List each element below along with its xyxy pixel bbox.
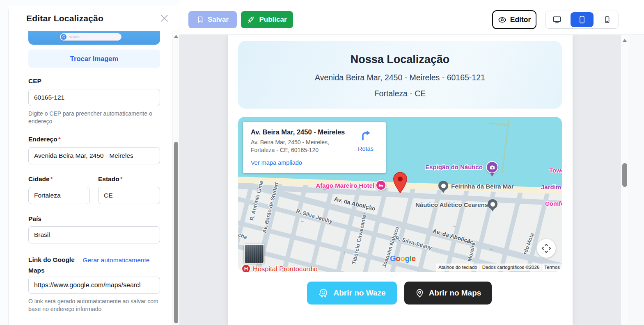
- maps-link-input[interactable]: [28, 277, 160, 294]
- panel-title: Editar Localização: [26, 14, 103, 23]
- poi-espigao-label[interactable]: Espigão do Náutico: [402, 164, 483, 170]
- section-image-preview: Search ...: [28, 31, 160, 45]
- terms-link[interactable]: Termos: [542, 264, 562, 271]
- publish-button[interactable]: Publicar: [241, 11, 293, 28]
- map-info-card: Av. Beira Mar, 2450 - Meireles Av. Beira…: [243, 122, 386, 173]
- maps-link-label: Link do Google Maps: [28, 255, 84, 276]
- close-icon[interactable]: [160, 14, 168, 22]
- pan-control-button[interactable]: [537, 239, 556, 258]
- editor-toggle-button[interactable]: Editor: [492, 10, 536, 29]
- map-pin-icon: [415, 289, 424, 298]
- keyboard-shortcuts-link[interactable]: Atalhos do teclado: [436, 264, 479, 271]
- device-phone-button[interactable]: [596, 11, 619, 28]
- required-mark: *: [50, 175, 53, 182]
- required-mark: *: [120, 175, 123, 182]
- site-preview-panel: Nossa Localização Avenida Beira Mar, 245…: [228, 35, 573, 325]
- phone-icon: [603, 15, 612, 24]
- directions-icon: [360, 129, 371, 141]
- search-icon: [61, 34, 66, 40]
- bookmark-icon: [197, 16, 204, 23]
- open-in-waze-button[interactable]: Abrir no Waze: [307, 282, 397, 305]
- main-scrollbar[interactable]: [621, 35, 628, 325]
- address-line: Avenida Beira Mar, 2450 - Meireles - 601…: [238, 73, 562, 82]
- pais-label: País: [28, 215, 41, 223]
- hospital-pin-icon[interactable]: H: [241, 264, 251, 272]
- maps-link-helper: O link será gerado automaticamente ao sa…: [28, 298, 164, 313]
- cidade-label: Cidade*: [28, 175, 53, 183]
- estado-label: Estado*: [98, 175, 123, 183]
- device-desktop-button[interactable]: [545, 11, 568, 28]
- generate-automatically-link[interactable]: Gerar automaticamente: [78, 255, 154, 266]
- editor-toolbar: Salvar Publicar Editor: [179, 0, 644, 35]
- waze-icon: [318, 288, 329, 298]
- section-title: Nossa Localização: [238, 53, 562, 66]
- google-map-embed[interactable]: → → → → → → R. Antônio Lima Av. Barão de…: [238, 117, 562, 272]
- sidebar-scrollbar-thumb[interactable]: [174, 142, 178, 323]
- panel-header: Editar Localização: [9, 5, 179, 31]
- tablet-icon: [578, 15, 587, 24]
- pan-arrows-icon: [541, 243, 551, 253]
- road-arrow: →: [488, 247, 494, 254]
- change-image-button[interactable]: Trocar Imagem: [28, 50, 160, 68]
- scroll-up-arrow-icon[interactable]: [623, 39, 627, 42]
- save-button[interactable]: Salvar: [188, 11, 237, 28]
- map-data-label: Dados cartográficos ©2026: [480, 264, 542, 271]
- desktop-icon: [552, 15, 562, 25]
- location-heading-card: Nossa Localização Avenida Beira Mar, 245…: [238, 41, 562, 109]
- main-scrollbar-thumb[interactable]: [622, 163, 627, 187]
- cep-label: CEP: [28, 77, 41, 85]
- edit-location-panel: Editar Localização Search ... Trocar Ima…: [8, 5, 179, 325]
- search-placeholder: Search ...: [69, 35, 83, 39]
- poi-towers-label[interactable]: Towers: [549, 167, 562, 174]
- hotel-pin-icon[interactable]: [376, 180, 386, 191]
- location-marker-icon[interactable]: [393, 172, 408, 195]
- poi-nautico-label[interactable]: Náutico Atlético Cearense: [415, 201, 484, 208]
- device-preview-switcher: [545, 11, 619, 29]
- window-right-margin: [628, 35, 644, 325]
- road-arrow: →: [299, 219, 305, 226]
- estado-input[interactable]: [98, 187, 160, 204]
- view-larger-map-link[interactable]: Ver mapa ampliado: [251, 159, 352, 166]
- sidebar-scrollbar[interactable]: [172, 31, 179, 325]
- info-card-address: Av. Beira Mar, 2450 - Meireles, Fortalez…: [251, 139, 352, 154]
- poi-pin-icon[interactable]: [438, 181, 448, 191]
- camera-pin-icon[interactable]: [486, 161, 498, 173]
- device-tablet-button-active[interactable]: [571, 12, 594, 27]
- poi-afago-label[interactable]: Afago Mareiro Hotel: [304, 182, 374, 189]
- cep-input[interactable]: [28, 89, 160, 106]
- eye-icon: [498, 16, 506, 24]
- scroll-up-arrow-icon[interactable]: [174, 35, 178, 38]
- endereco-label: Endereço*: [28, 136, 61, 143]
- open-in-maps-button[interactable]: Abrir no Maps: [404, 282, 492, 305]
- cidade-input[interactable]: [28, 187, 90, 204]
- poi-jardim-label[interactable]: Jardim Jap: [541, 184, 562, 191]
- directions-button[interactable]: Rotas: [352, 128, 379, 173]
- preview-canvas: Nossa Localização Avenida Beira Mar, 245…: [179, 35, 621, 325]
- poi-comfort-label[interactable]: Comfort H: [545, 200, 562, 207]
- info-card-title: Av. Beira Mar, 2450 - Meireles: [251, 128, 352, 136]
- endereco-input[interactable]: [28, 147, 160, 164]
- satellite-view-thumbnail[interactable]: [244, 244, 264, 264]
- poi-pin-icon[interactable]: [488, 199, 497, 209]
- google-logo: Google: [390, 254, 415, 263]
- city-line: Fortaleza - CE: [238, 89, 562, 98]
- preview-search-pill: Search ...: [60, 33, 121, 41]
- rocket-icon: [247, 16, 255, 24]
- pais-input[interactable]: [28, 226, 160, 243]
- directions-label: Rotas: [352, 145, 379, 152]
- required-mark: *: [58, 136, 61, 143]
- poi-hospital-label[interactable]: Hospital Prontocardio: [253, 265, 318, 272]
- cep-helper: Digite o CEP para preencher automaticame…: [28, 110, 164, 125]
- map-attribution: Atalhos do teclado Dados cartográficos ©…: [436, 264, 562, 271]
- poi-feirinha-label[interactable]: Feirinha da Beira Mar: [451, 183, 514, 190]
